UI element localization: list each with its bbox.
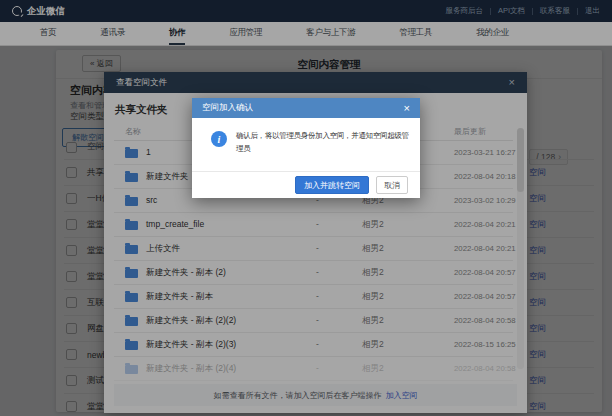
confirm-message: 确认后，将以管理员身份加入空间，并通知空间超级管理员 xyxy=(236,129,414,155)
info-icon: i xyxy=(211,131,227,147)
app-window: 企业微信 服务商后台API文档联系客服退出 首页通讯录协作应用管理客户与上下游管… xyxy=(0,0,612,416)
confirm-modal-title: 空间加入确认 xyxy=(202,102,253,114)
confirm-modal-body: i 确认后，将以管理员身份加入空间，并通知空间超级管理员 xyxy=(192,118,420,171)
confirm-join-button[interactable]: 加入并跳转空间 xyxy=(295,176,369,194)
confirm-modal-header: 空间加入确认 × xyxy=(192,98,420,118)
close-icon[interactable]: × xyxy=(404,103,410,114)
confirm-overlay xyxy=(0,0,612,416)
join-confirm-modal: 空间加入确认 × i 确认后，将以管理员身份加入空间，并通知空间超级管理员 加入… xyxy=(192,98,420,198)
confirm-modal-footer: 加入并跳转空间 取消 xyxy=(192,171,420,198)
cancel-button[interactable]: 取消 xyxy=(376,176,408,194)
